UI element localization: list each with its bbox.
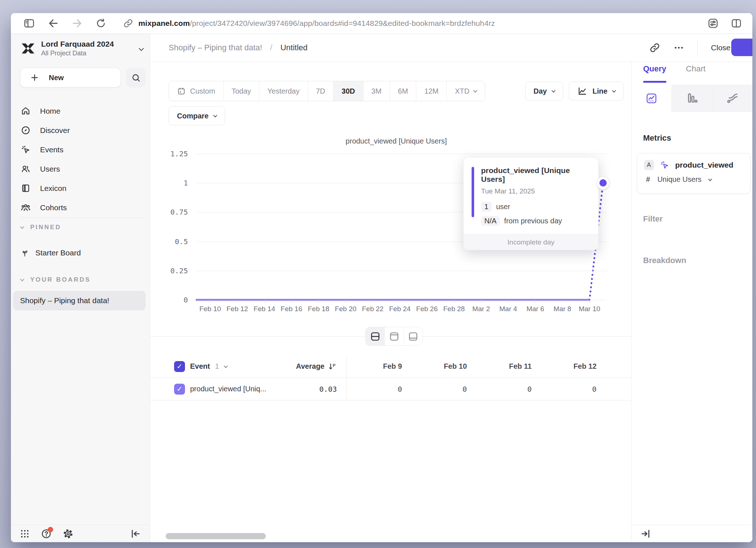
range-6m[interactable]: 6M: [390, 81, 416, 101]
gridline: [197, 300, 607, 300]
tab-chart[interactable]: Chart: [686, 64, 706, 74]
calendar-icon: [177, 87, 186, 95]
granularity-dropdown[interactable]: Day: [525, 82, 563, 101]
granularity-label: Day: [533, 87, 547, 95]
pinned-board-starter[interactable]: Starter Board: [20, 246, 81, 259]
chart-data-point[interactable]: [597, 177, 609, 189]
sidebar-item-label: Discover: [40, 126, 70, 135]
pinned-section-header[interactable]: PINNED: [21, 224, 61, 231]
date-column-header: Feb 12: [541, 355, 606, 377]
help-icon[interactable]: [41, 528, 52, 539]
row-value: 0: [347, 378, 412, 400]
gridline: [197, 154, 607, 154]
sidebar-item-users[interactable]: Users: [11, 159, 150, 179]
query-panel: Query Chart Metrics A product_viewed #: [631, 62, 752, 542]
range-custom[interactable]: Custom: [169, 81, 223, 101]
compass-icon: [21, 125, 31, 135]
new-button-label: New: [49, 74, 64, 82]
board-label: Starter Board: [35, 248, 81, 257]
layout-split-view-button[interactable]: [366, 327, 385, 345]
range-12m[interactable]: 12M: [416, 81, 446, 101]
your-boards-section-header[interactable]: YOUR BOARDS: [21, 276, 91, 283]
split-view-icon[interactable]: [731, 17, 742, 29]
funnels-report-tab[interactable]: [672, 85, 712, 112]
copy-link-icon[interactable]: [649, 42, 660, 53]
sidebar-item-discover[interactable]: Discover: [11, 121, 150, 140]
breadcrumb-board[interactable]: Shopify – Piping that data!: [169, 43, 262, 52]
metric-aggregation-dropdown[interactable]: # Unique Users: [637, 170, 750, 184]
x-axis-tick: [590, 300, 590, 303]
sidebar-item-events[interactable]: Events: [11, 140, 150, 159]
settings-gear-icon[interactable]: [63, 528, 74, 539]
event-count: 1: [215, 362, 219, 371]
forward-button-icon[interactable]: [71, 17, 83, 29]
compare-dropdown[interactable]: Compare: [169, 106, 225, 125]
range-3m[interactable]: 3M: [363, 81, 390, 101]
legend-swatch: [334, 138, 340, 144]
browser-sidebar-toggle-icon[interactable]: [23, 17, 35, 29]
save-button[interactable]: [731, 39, 752, 56]
sidebar-item-label: Cohorts: [40, 203, 67, 212]
sidebar-item-cohorts[interactable]: Cohorts: [11, 198, 150, 217]
address-bar[interactable]: mixpanel.com/project/3472420/view/397469…: [138, 19, 495, 28]
legend-label: product_viewed [Unique Users]: [346, 137, 447, 145]
sidebar-divider: [20, 218, 145, 218]
board-item-selected[interactable]: Shopify – Piping that data!: [13, 291, 146, 310]
horizontal-scrollbar[interactable]: [166, 533, 266, 539]
chevron-down-icon[interactable]: [224, 364, 228, 368]
home-icon: [21, 106, 31, 116]
layout-table-view-button[interactable]: [403, 327, 422, 345]
sidebar-menu: Home Discover Events Users Lexicon Cohor…: [11, 101, 150, 217]
event-column-header: Event: [190, 362, 210, 371]
table-row[interactable]: ✓ product_viewed [Uniq... 0.03 0 0 0 0: [150, 378, 631, 400]
breakdown-section-label: Breakdown: [643, 256, 686, 265]
back-button-icon[interactable]: [47, 17, 59, 29]
report-header: Shopify – Piping that data! / Untitled C…: [150, 34, 752, 62]
range-today[interactable]: Today: [223, 81, 259, 101]
sidebar-item-lexicon[interactable]: Lexicon: [11, 179, 150, 198]
reload-icon[interactable]: [95, 18, 106, 29]
x-axis-tick: [508, 300, 509, 303]
metric-card[interactable]: A product_viewed # Unique Users: [637, 153, 751, 194]
range-yesterday[interactable]: Yesterday: [259, 81, 307, 101]
range-30d[interactable]: 30D: [333, 81, 363, 101]
breadcrumb-separator: /: [270, 43, 272, 52]
x-axis-tick: [319, 300, 319, 303]
row-checkbox[interactable]: ✓: [174, 384, 185, 395]
chevron-down-icon: [213, 113, 217, 117]
expand-panel-icon[interactable]: [640, 528, 651, 539]
apps-grid-icon[interactable]: [20, 529, 30, 539]
new-button[interactable]: New: [20, 68, 121, 87]
search-button[interactable]: [126, 68, 146, 87]
chevron-down-icon: [612, 89, 616, 93]
layout-chart-view-button[interactable]: [385, 327, 403, 345]
sidebar-footer: [11, 525, 150, 542]
pinned-section-label: PINNED: [30, 224, 61, 231]
metric-event-name[interactable]: product_viewed: [675, 161, 733, 169]
your-boards-section-label: YOUR BOARDS: [30, 276, 91, 283]
average-label: Average: [296, 362, 324, 371]
tab-query[interactable]: Query: [643, 64, 666, 74]
browser-settings-icon[interactable]: [707, 17, 719, 29]
chevron-down-icon: [708, 177, 712, 181]
x-axis-tick: [454, 300, 454, 303]
breadcrumb-page[interactable]: Untitled: [280, 43, 308, 52]
flows-report-tab[interactable]: [712, 85, 752, 112]
project-switcher[interactable]: Lord Farquaad 2024 All Project Data: [20, 36, 143, 60]
aggregation-prefix: #: [646, 175, 650, 184]
average-column-header[interactable]: Average: [296, 362, 337, 371]
users-icon: [21, 164, 31, 174]
range-label: Today: [232, 87, 251, 95]
insights-report-tab[interactable]: [631, 85, 672, 112]
range-7d[interactable]: 7D: [308, 81, 334, 101]
close-button[interactable]: Close: [711, 43, 731, 52]
select-all-checkbox[interactable]: ✓: [174, 361, 185, 372]
date-column-header: Feb 9: [347, 355, 412, 377]
sidebar-item-home[interactable]: Home: [11, 101, 150, 121]
range-xtd[interactable]: XTD: [446, 81, 485, 101]
y-axis-tick-label: 0.75: [170, 208, 188, 216]
collapse-sidebar-icon[interactable]: [130, 528, 141, 539]
chart-type-dropdown[interactable]: Line: [569, 82, 624, 101]
more-options-icon[interactable]: [673, 42, 684, 53]
link-icon[interactable]: [123, 18, 133, 28]
